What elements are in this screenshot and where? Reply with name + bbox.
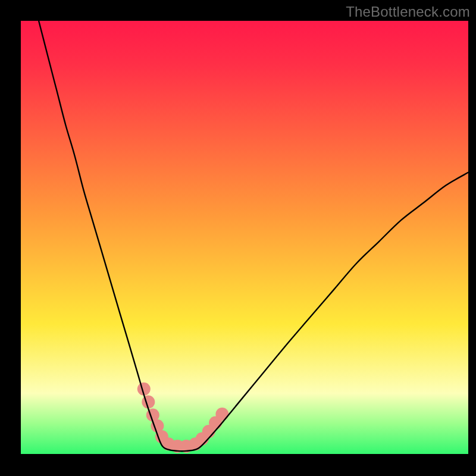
plot-area xyxy=(21,21,468,454)
highlight-marker xyxy=(215,408,228,421)
bottleneck-curve xyxy=(39,21,468,451)
chart-frame: TheBottleneck.com xyxy=(0,0,476,476)
watermark-label: TheBottleneck.com xyxy=(346,4,470,20)
curve-layer xyxy=(39,21,468,451)
chart-svg xyxy=(21,21,468,454)
